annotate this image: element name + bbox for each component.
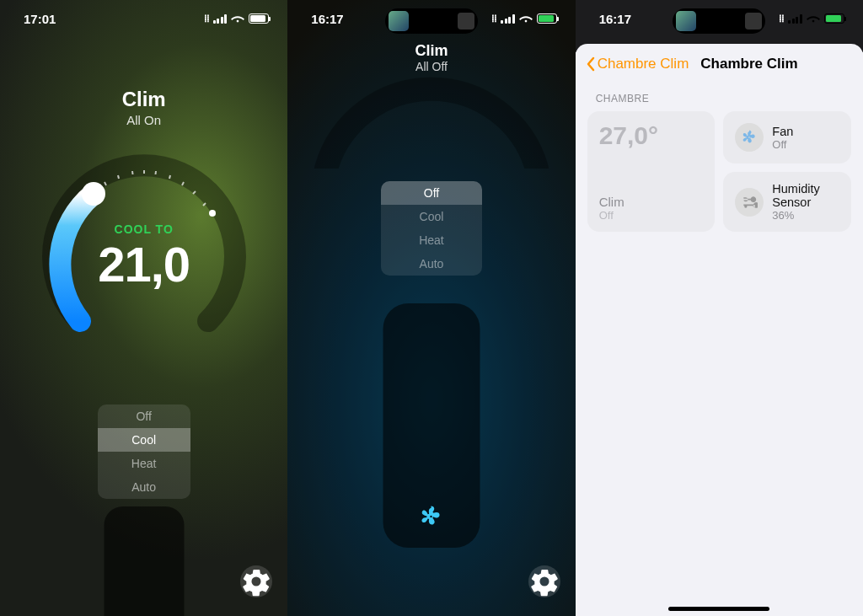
mode-option-off[interactable]: Off bbox=[98, 404, 190, 428]
battery-charging-icon bbox=[537, 13, 557, 24]
gear-icon bbox=[240, 565, 272, 597]
mode-selector[interactable]: Off Cool Heat Auto bbox=[98, 404, 190, 499]
wifi-icon bbox=[231, 13, 244, 24]
temperature-dial[interactable]: COOL TO 21,0 bbox=[35, 147, 254, 367]
accessory-tiles: 27,0° Clim Off Fan Off bbox=[576, 111, 863, 232]
mode-option-off[interactable]: Off bbox=[381, 181, 482, 205]
screen-thermostat-off: 16:17 ⁞⁞ Clim All Off Off Cool Heat Auto bbox=[287, 0, 575, 616]
target-temperature: 21,0 bbox=[98, 236, 190, 292]
mode-option-cool[interactable]: Cool bbox=[98, 428, 190, 452]
tile-fan-state: Off bbox=[772, 138, 793, 151]
mode-option-heat[interactable]: Heat bbox=[98, 452, 190, 475]
section-header: CHAMBRE bbox=[576, 81, 863, 111]
island-avatar bbox=[676, 11, 696, 31]
mode-option-auto[interactable]: Auto bbox=[381, 252, 482, 276]
home-indicator[interactable] bbox=[668, 607, 769, 611]
battery-icon bbox=[249, 13, 269, 24]
settings-button[interactable] bbox=[240, 565, 272, 597]
status-time: 16:17 bbox=[311, 12, 343, 26]
mode-selector[interactable]: Off Cool Heat Auto bbox=[381, 181, 482, 276]
back-button[interactable]: Chambre Clim bbox=[586, 56, 689, 72]
svg-point-11 bbox=[744, 205, 747, 207]
wifi-icon bbox=[807, 13, 820, 24]
tile-clim-state: Off bbox=[599, 209, 704, 222]
dynamic-island bbox=[673, 8, 765, 34]
status-bar: 17:01 ⁞⁞ bbox=[0, 0, 287, 37]
cellular-icon bbox=[788, 14, 802, 24]
page-title: Chambre Clim bbox=[700, 56, 797, 72]
fan-icon bbox=[735, 123, 764, 152]
battery-charging-icon bbox=[824, 13, 844, 24]
cool-to-label: COOL TO bbox=[115, 222, 174, 236]
tile-clim[interactable]: 27,0° Clim Off bbox=[587, 111, 716, 232]
screen-thermostat-on: 17:01 ⁞⁞ Clim All On bbox=[0, 0, 287, 616]
gear-icon bbox=[528, 565, 560, 597]
cellular-icon bbox=[213, 14, 228, 24]
device-state: All Off bbox=[287, 60, 575, 73]
nav-bar: Chambre Clim Chambre Clim bbox=[576, 44, 863, 81]
device-state: All On bbox=[0, 113, 287, 127]
dynamic-island bbox=[385, 8, 478, 34]
tile-clim-name: Clim bbox=[599, 195, 704, 209]
tile-fan-name: Fan bbox=[772, 125, 793, 138]
fan-control[interactable] bbox=[383, 303, 480, 548]
mode-option-auto[interactable]: Auto bbox=[98, 475, 190, 499]
screen-room-detail: 16:17 ⁞⁞ Chambre Clim Chambre Clim CHAMB… bbox=[576, 0, 863, 616]
status-time: 17:01 bbox=[24, 12, 56, 26]
fan-speed-slider[interactable] bbox=[104, 506, 184, 616]
mode-option-cool[interactable]: Cool bbox=[381, 205, 482, 228]
humidity-icon bbox=[735, 188, 764, 217]
device-name: Clim bbox=[0, 88, 287, 111]
dial-inactive-arc bbox=[301, 67, 562, 169]
back-label: Chambre Clim bbox=[598, 56, 689, 72]
island-live-activity-icon bbox=[458, 13, 474, 29]
settings-button[interactable] bbox=[528, 565, 560, 597]
activity-icon: ⁞⁞ bbox=[204, 13, 209, 24]
activity-icon: ⁞⁞ bbox=[779, 13, 784, 24]
device-name: Clim bbox=[287, 42, 575, 60]
tile-humidity-name: Humidity Sensor bbox=[772, 182, 839, 209]
island-avatar bbox=[389, 11, 409, 31]
tile-clim-temperature: 27,0° bbox=[599, 121, 704, 150]
tile-humidity-value: 36% bbox=[772, 209, 839, 222]
status-time: 16:17 bbox=[599, 12, 631, 26]
activity-icon: ⁞⁞ bbox=[491, 13, 496, 24]
device-header: Clim All On bbox=[0, 88, 287, 127]
island-live-activity-icon bbox=[745, 13, 762, 29]
tile-fan[interactable]: Fan Off bbox=[723, 111, 851, 163]
wifi-icon bbox=[519, 13, 533, 24]
sheet: Chambre Clim Chambre Clim CHAMBRE 27,0° … bbox=[576, 44, 863, 616]
chevron-left-icon bbox=[586, 56, 596, 72]
cellular-icon bbox=[501, 14, 515, 24]
tile-humidity[interactable]: Humidity Sensor 36% bbox=[723, 172, 851, 232]
fan-icon bbox=[419, 504, 444, 529]
device-header: Clim All Off bbox=[287, 42, 575, 73]
mode-option-heat[interactable]: Heat bbox=[381, 228, 482, 252]
